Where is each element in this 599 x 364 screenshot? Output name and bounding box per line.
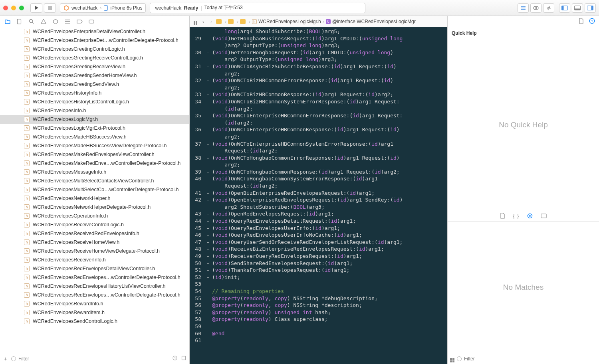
- file-row[interactable]: hWCRedEnvelopesReceiveHomeView.h: [0, 238, 189, 247]
- scheme-selector[interactable]: wechatHack › iPhone 6s Plus: [60, 3, 146, 13]
- file-row[interactable]: hWCRedEnvelopesHistoryListControlLogic.h: [0, 97, 189, 106]
- navigator-filter-input[interactable]: [18, 356, 169, 362]
- file-row[interactable]: hWCRedEnvelopesReceiveHomeViewDelegate-P…: [0, 247, 189, 255]
- file-row[interactable]: hWCRedEnvelopesEnterpriseDet…wController…: [0, 36, 189, 45]
- issue-navigator-tab[interactable]: [41, 19, 47, 24]
- file-row[interactable]: hWCRedEnvelopesGreetingReceiveView.h: [0, 62, 189, 71]
- jump-bar[interactable]: ‹ › › › › hWCRedEnvelopesLogicMgr.h › C@…: [190, 16, 447, 27]
- run-button[interactable]: [30, 3, 42, 13]
- file-row[interactable]: hWCRedEnvelopesMadeHBSuccessView.h: [0, 133, 189, 141]
- debug-navigator-tab[interactable]: [65, 19, 71, 24]
- file-row[interactable]: hWCRedEnvelopesInfo.h: [0, 106, 189, 115]
- file-row[interactable]: hWCRedEnvelopesNetworkHelperDelegate-Pro…: [0, 203, 189, 212]
- object-library-tab[interactable]: [527, 213, 533, 220]
- report-navigator-tab[interactable]: [89, 19, 95, 24]
- file-name: WCRedEnvelopesRewardItem.h: [33, 310, 105, 315]
- project-navigator-tab[interactable]: [5, 19, 11, 24]
- file-name: WCRedEnvelopesReceiveControlLogic.h: [33, 222, 124, 228]
- source-editor[interactable]: 2930313233343536373839404142434445464748…: [190, 27, 447, 364]
- file-row[interactable]: hWCRedEnvelopesMultiSelectContactsViewCo…: [0, 176, 189, 185]
- file-name: WCRedEnvelopesGreetingSenderHomeView.h: [33, 73, 137, 78]
- file-row[interactable]: hWCRedEnvelopesLogicMgr.h: [0, 115, 189, 124]
- source-control-navigator-tab[interactable]: [17, 19, 23, 24]
- utilities-pane: ? Quick Help No Quick Help { } No Matche…: [447, 16, 599, 364]
- assistant-editor-button[interactable]: [530, 3, 541, 13]
- code-snippet-library-tab[interactable]: { }: [513, 213, 520, 220]
- file-row[interactable]: hWCRedEnvelopesRedEnvelopes…wControllerD…: [0, 273, 189, 282]
- find-navigator-tab[interactable]: [29, 19, 35, 24]
- toggle-debug-area-button[interactable]: [572, 3, 583, 13]
- header-file-icon: h: [24, 134, 30, 140]
- close-window[interactable]: [3, 6, 8, 10]
- header-file-icon: h: [24, 213, 30, 219]
- standard-editor-button[interactable]: [518, 3, 529, 13]
- test-navigator-tab[interactable]: [53, 19, 59, 24]
- inspector-tabs: ?: [448, 16, 599, 27]
- file-row[interactable]: hWCRedEnvelopesSendControlLogic.h: [0, 317, 189, 326]
- scm-filter-icon[interactable]: [180, 356, 187, 362]
- file-row[interactable]: hWCRedEnvelopesGreetingSendView.h: [0, 80, 189, 89]
- header-file-icon: h: [24, 108, 30, 113]
- file-row[interactable]: hWCRedEnvelopesRewardItem.h: [0, 308, 189, 317]
- recent-filter-icon[interactable]: [172, 356, 178, 362]
- version-editor-button[interactable]: [543, 3, 554, 13]
- minimize-window[interactable]: [11, 6, 16, 10]
- file-name: WCRedEnvelopesNetworkHelperDelegate-Prot…: [33, 204, 151, 210]
- toggle-utilities-button[interactable]: [585, 3, 596, 13]
- file-list[interactable]: hWCRedEnvelopesEnterpriseDetailViewContr…: [0, 27, 189, 353]
- file-row[interactable]: hWCRedEnvelopesOperationInfo.h: [0, 212, 189, 220]
- file-template-library-tab[interactable]: [500, 213, 505, 220]
- file-row[interactable]: hWCRedEnvelopesGreetingControlLogic.h: [0, 45, 189, 53]
- file-name: WCRedEnvelopesMessageInfo.h: [33, 169, 106, 175]
- file-name: WCRedEnvelopesMultiSelectCo…wControllerD…: [33, 187, 179, 192]
- file-row[interactable]: hWCRedEnvelopesRewardInfo.h: [0, 299, 189, 308]
- file-row[interactable]: hWCRedEnvelopesReceiveControlLogic.h: [0, 220, 189, 229]
- file-row[interactable]: hWCRedEnvelopesReceivedRedEnvelopesInfo.…: [0, 229, 189, 238]
- toggle-navigator-button[interactable]: [559, 3, 570, 13]
- crumb-folder-1[interactable]: [216, 19, 223, 24]
- library-filter-input[interactable]: [464, 356, 597, 362]
- file-row[interactable]: hWCRedEnvelopesMultiSelectCo…wController…: [0, 185, 189, 194]
- crumb-symbol[interactable]: C@interface WCRedEnvelopesLogicMgr: [326, 19, 416, 24]
- crumb-file[interactable]: hWCRedEnvelopesLogicMgr.h: [252, 19, 321, 24]
- file-name: WCRedEnvelopesRedEnvelopes…wControllerDe…: [33, 292, 180, 298]
- file-row[interactable]: hWCRedEnvelopesReceiverInfo.h: [0, 255, 189, 264]
- file-row[interactable]: hWCRedEnvelopesLogicMgrExt-Protocol.h: [0, 124, 189, 133]
- file-row[interactable]: hWCRedEnvelopesGreetingSenderHomeView.h: [0, 71, 189, 80]
- zoom-window[interactable]: [19, 6, 24, 10]
- file-row[interactable]: hWCRedEnvelopesMakeRedEnvelopesViewContr…: [0, 150, 189, 159]
- file-row[interactable]: hWCRedEnvelopesEnterpriseDetailViewContr…: [0, 27, 189, 36]
- file-row[interactable]: hWCRedEnvelopesMadeHBSuccessViewDelegate…: [0, 141, 189, 150]
- library-no-matches: No Matches: [448, 222, 599, 353]
- file-inspector-tab[interactable]: [579, 18, 583, 25]
- file-row[interactable]: hWCRedEnvelopesHistoryInfo.h: [0, 89, 189, 97]
- header-file-icon: h: [24, 38, 30, 43]
- crumb-folder-3[interactable]: [240, 19, 247, 24]
- file-row[interactable]: hWCRedEnvelopesGreetingReceiveControlLog…: [0, 53, 189, 62]
- crumb-folder-2[interactable]: [228, 19, 235, 24]
- panel-toggle-group: [559, 3, 596, 13]
- library-filter-bar: [448, 353, 599, 364]
- file-name: WCRedEnvelopesRewardInfo.h: [33, 301, 103, 307]
- related-items-icon[interactable]: [192, 18, 198, 25]
- file-row[interactable]: hWCRedEnvelopesRedEnvelopesHistoryListVi…: [0, 282, 189, 291]
- header-file-icon: h: [24, 283, 30, 289]
- back-button[interactable]: ‹: [200, 19, 206, 24]
- file-name: WCRedEnvelopesGreetingReceiveControlLogi…: [33, 55, 143, 61]
- breakpoint-navigator-tab[interactable]: [77, 20, 83, 24]
- file-row[interactable]: hWCRedEnvelopesNetworkHelper.h: [0, 194, 189, 203]
- quick-help-tab[interactable]: ?: [589, 18, 595, 25]
- grid-view-icon[interactable]: [450, 355, 454, 362]
- file-row[interactable]: hWCRedEnvelopesRedEnvelopes…wControllerD…: [0, 291, 189, 299]
- file-name: WCRedEnvelopesRedEnvelopes…wControllerDe…: [33, 275, 180, 280]
- code-area[interactable]: long)arg4 ShouldSubscribe:(BOOL)arg5;-(v…: [203, 27, 447, 364]
- stop-button[interactable]: [44, 3, 56, 13]
- add-button[interactable]: +: [2, 355, 9, 362]
- file-row[interactable]: hWCRedEnvelopesMessageInfo.h: [0, 168, 189, 176]
- activity-status: wechatHack: Ready | Today at 下午5:53: [150, 3, 365, 13]
- media-library-tab[interactable]: [541, 213, 547, 220]
- header-file-icon: h: [24, 160, 30, 166]
- forward-button[interactable]: ›: [208, 19, 214, 24]
- file-row[interactable]: hWCRedEnvelopesRedEnvelopesDetailViewCon…: [0, 264, 189, 273]
- file-row[interactable]: hWCRedEnvelopesMakeRedEnve…wControllerDe…: [0, 159, 189, 168]
